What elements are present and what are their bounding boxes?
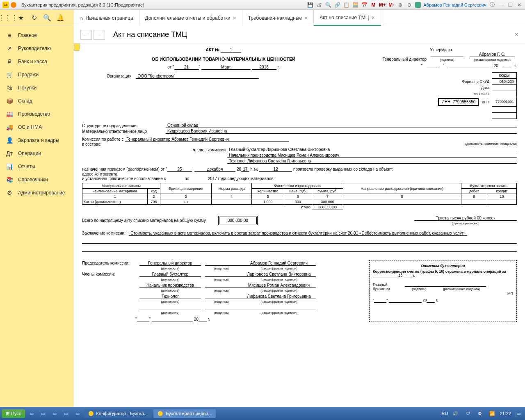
accounting-mark: Отметка бухгалтерии Корреспонденция счет… — [369, 260, 517, 322]
sidebar-item-salary[interactable]: 👤Зарплата и кадры — [0, 134, 74, 147]
day-field — [427, 63, 439, 68]
close-page-icon[interactable]: × — [515, 31, 518, 39]
sidebar-item-purchase[interactable]: 🛍Покупки — [0, 81, 74, 94]
dt-icon: Дт — [6, 150, 13, 157]
sig-hint: (подпись) — [214, 267, 229, 270]
sidebar-item-label: Продажи — [18, 72, 39, 78]
org-label: Организация — [107, 74, 131, 78]
in-composition: в составе: — [82, 142, 101, 146]
zoom-out-icon[interactable]: ⊖ — [406, 2, 413, 8]
window-title: Бухгалтерия предприятия, редакция 3.0 (1… — [21, 2, 144, 7]
factory-icon: 🏭 — [6, 111, 13, 117]
glavbuh-label: Главный бухгалтер — [373, 283, 402, 291]
sidebar-item-admin[interactable]: ⚙Администрирование — [0, 186, 74, 199]
twenty: 20 — [194, 317, 199, 322]
sidebar-item-manager[interactable]: ↗Руководителю — [0, 42, 74, 55]
year-field — [199, 317, 207, 322]
usage-to: по — [185, 176, 189, 181]
bell-icon[interactable]: 🔔 — [57, 14, 64, 22]
col-num: 6 — [284, 194, 312, 199]
th-dir: Направление расходования (причина списан… — [343, 183, 461, 194]
m-minus-icon[interactable]: M- — [388, 2, 395, 8]
conclusion-text: Стоимость, указанных в акте материалов, … — [129, 231, 467, 236]
dropdown-icon[interactable] — [11, 2, 16, 8]
calc-icon[interactable]: 🧮 — [352, 2, 358, 8]
close-icon[interactable]: × — [233, 15, 236, 21]
materials-table: Материальные запасы Единица измерения Но… — [82, 183, 517, 210]
clipboard-icon[interactable]: 📋 — [343, 2, 349, 8]
cell-price: 300 — [284, 199, 312, 205]
th-acc: Бухгалтерская запись — [461, 183, 517, 189]
bookmark-text: Корреспонденция счетов (графы 9, 10) отр… — [373, 269, 506, 274]
members-label: членов комиссии — [82, 148, 226, 152]
col-num: 3 — [160, 194, 212, 199]
user-icon — [415, 2, 421, 8]
sidebar-item-label: Справочники — [18, 177, 48, 183]
sig-hint: (подпись) — [214, 300, 229, 304]
date-value — [492, 85, 517, 91]
tab-act[interactable]: Акт на списание ТМЦ × — [314, 10, 381, 26]
print-icon[interactable]: 🖨 — [316, 2, 322, 8]
month-field — [152, 317, 193, 322]
page-title: Акт на списание ТМЦ — [113, 30, 187, 39]
sidebar-item-warehouse[interactable]: 📦Склад — [0, 94, 74, 107]
col-num: 4 — [212, 194, 252, 199]
th-qty: коли-чество — [252, 189, 284, 194]
commission-label: Комиссия по работе с — [82, 137, 123, 142]
quote: " — [149, 317, 151, 322]
history-icon[interactable]: ↻ — [30, 14, 38, 22]
member2: Начальник производства Мясищев Роман Але… — [227, 153, 517, 158]
user-name[interactable]: Абрамов Геннадий Сергеевич — [423, 2, 486, 7]
sig-position: Технолог — [139, 294, 201, 299]
arrow-icon: ↗ — [6, 45, 13, 52]
sidebar-item-os[interactable]: 🚚ОС и НМА — [0, 121, 74, 134]
calendar-icon[interactable]: 📅 — [361, 2, 368, 8]
close-icon[interactable]: × — [372, 14, 375, 21]
sidebar: ≡Главное ↗Руководителю ₽Банк и касса 🛒Пр… — [0, 26, 74, 407]
apps-icon[interactable]: ⋮⋮⋮ — [4, 14, 11, 22]
tab-requirements[interactable]: Требования-накладные × — [242, 10, 314, 26]
zoom-in-icon[interactable]: ⊕ — [397, 2, 404, 8]
codes-table: КОДЫ Форма по ОКУД0504230 Дата по ОКПО И… — [436, 72, 517, 119]
commission-head: Генеральный директор Абрамов Геннадий Се… — [125, 137, 289, 142]
sig-line — [437, 282, 486, 287]
forward-button[interactable]: → — [94, 30, 105, 40]
link-icon[interactable]: 🔗 — [334, 2, 340, 8]
empty-code — [492, 107, 517, 113]
struct-label: Структурное подразделение — [82, 123, 164, 128]
close-window-icon[interactable]: ✕ — [516, 2, 523, 8]
m-plus-icon[interactable]: M+ — [379, 2, 386, 8]
save-icon[interactable]: 💾 — [307, 2, 313, 8]
sidebar-item-sales[interactable]: 🛒Продажи — [0, 68, 74, 81]
sidebar-item-reports[interactable]: 📊Отчеты — [0, 160, 74, 173]
sidebar-item-main[interactable]: ≡Главное — [0, 29, 74, 42]
sidebar-item-catalogs[interactable]: 📚Справочники — [0, 173, 74, 186]
col-num: 2 — [148, 194, 160, 199]
th-mat: Материальные запасы — [82, 183, 160, 189]
info-icon[interactable]: ⓘ — [489, 2, 495, 8]
sidebar-item-operations[interactable]: ДтОперации — [0, 147, 74, 160]
search-icon[interactable]: 🔍 — [43, 14, 51, 22]
favorite-icon[interactable]: ★ — [17, 14, 25, 22]
total-label: Итого — [82, 205, 312, 210]
tab-reports[interactable]: Дополнительные отчеты и обработки × — [139, 10, 242, 26]
minimize-icon[interactable]: — — [498, 2, 504, 8]
tab-home[interactable]: ⌂ Начальная страница — [74, 10, 139, 26]
preview-icon[interactable]: 🔍 — [325, 2, 331, 8]
restore-icon[interactable]: ❐ — [507, 2, 514, 8]
m-icon[interactable]: M — [370, 2, 377, 8]
sig-hint: (подпись) — [214, 289, 229, 292]
member1: Главный бухгалтер Ларионова Светлана Вик… — [227, 147, 517, 152]
order-year: 17 — [241, 167, 249, 172]
bag-icon: 🛍 — [6, 84, 13, 91]
back-button[interactable]: ← — [80, 30, 92, 40]
struct-value: Основной склад — [166, 123, 517, 128]
year-suffix: г. — [208, 317, 210, 322]
document-area[interactable]: Утверждаю Генеральный директор (подпись)… — [74, 43, 525, 407]
members-sig-label: Члены комиссии: — [82, 272, 135, 281]
sidebar-item-bank[interactable]: ₽Банк и касса — [0, 55, 74, 68]
close-icon[interactable]: × — [304, 15, 308, 21]
sidebar-item-production[interactable]: 🏭Производство — [0, 107, 74, 121]
decode-hint: (расшифровка подписи) — [260, 300, 297, 304]
cell-dir — [343, 199, 461, 205]
